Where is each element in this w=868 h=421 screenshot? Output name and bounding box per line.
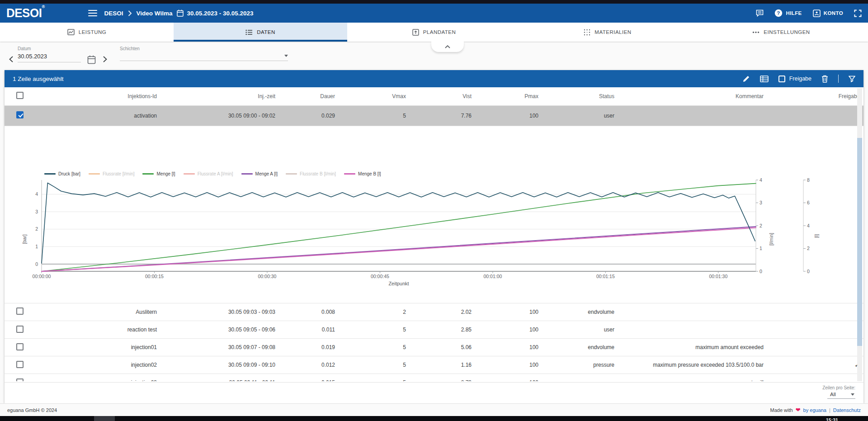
help-icon: ? xyxy=(774,9,783,17)
date-value[interactable]: 30.05.2023 xyxy=(18,51,81,62)
cell-status: endvolume xyxy=(542,339,618,356)
delete-button[interactable] xyxy=(821,75,828,83)
cell-status: endvolume xyxy=(542,303,618,321)
tab-plandaten[interactable]: MATERIALIEN PLANDATEN xyxy=(347,23,521,42)
details-table-button[interactable] xyxy=(760,76,769,82)
page-footer: eguana GmbH © 2024 Made with ❤ by eguana… xyxy=(0,403,868,416)
eguana-link[interactable]: by eguana xyxy=(803,407,826,413)
column-header-inj-zeit[interactable]: Inj.-zeit xyxy=(160,87,279,105)
svg-text:00:01:00: 00:01:00 xyxy=(483,274,502,279)
cell-vmax: 5 xyxy=(339,105,410,126)
breadcrumb: DESOI Video Wilma 30.05.2023 - 30.05.202… xyxy=(104,9,254,17)
svg-text:00:00:30: 00:00:30 xyxy=(258,274,277,279)
table-row[interactable]: injection0330.05 09:11 - 09:110.01552.73… xyxy=(5,374,863,381)
cell-vist: 7.76 xyxy=(410,105,475,126)
cell-injektions-id: injection03 xyxy=(27,374,160,381)
cell-freigabe xyxy=(767,321,863,339)
privacy-link[interactable]: Datenschutz xyxy=(833,407,861,413)
cell-injektions-id: activation xyxy=(27,105,160,126)
collapse-panel-button[interactable] xyxy=(431,42,464,52)
date-label: Datum xyxy=(18,46,81,51)
tab-materialien[interactable]: MATERIALIEN xyxy=(521,23,694,42)
table-row[interactable]: injection0230.05 09:09 - 09:100.01251.16… xyxy=(5,356,863,374)
injection-chart: Druck [bar]Flussrate [l/min]Menge [l]Flu… xyxy=(5,170,863,286)
table-scroll-region[interactable]: Auslitern30.05 09:03 - 09:030.00822.0210… xyxy=(5,303,863,381)
next-day-button[interactable] xyxy=(103,56,107,62)
svg-text:[l/min]: [l/min] xyxy=(769,232,774,245)
row-checkbox[interactable] xyxy=(16,307,24,315)
chart-plot-area[interactable]: 01234012340246800:00:0000:00:1500:00:300… xyxy=(5,178,863,280)
legend-item-menge-b-l-[interactable]: Menge B [l] xyxy=(344,171,381,176)
chevron-up-icon xyxy=(445,45,450,48)
legend-swatch xyxy=(89,173,100,175)
desoi-logo[interactable]: DESOI® xyxy=(6,6,45,21)
tab-einstellungen[interactable]: EINSTELLUNGEN xyxy=(694,23,868,42)
svg-text:3: 3 xyxy=(35,208,38,214)
freigabe-checkbox[interactable] xyxy=(778,76,785,82)
column-header-kommentar[interactable]: Kommentar xyxy=(618,87,767,105)
date-field[interactable]: Datum 30.05.2023 xyxy=(18,46,81,62)
injection-table-rows: Auslitern30.05 09:03 - 09:030.00822.0210… xyxy=(5,303,863,381)
column-header-vmax[interactable]: Vmax xyxy=(339,87,410,105)
row-select-cell xyxy=(5,374,27,381)
feedback-icon[interactable] xyxy=(756,9,764,17)
breadcrumb-project[interactable]: Video Wilma xyxy=(137,10,173,17)
browser-top-strip xyxy=(0,0,868,4)
row-checkbox[interactable] xyxy=(16,343,24,350)
menu-icon[interactable] xyxy=(88,10,97,16)
tab-leistung[interactable]: LEISTUNG xyxy=(0,23,174,42)
edit-button[interactable] xyxy=(742,75,750,83)
legend-item-flussrate-l-min-[interactable]: Flussrate [l/min] xyxy=(89,171,135,176)
cell-vist: 2.85 xyxy=(410,321,475,339)
os-taskbar: 15:31 xyxy=(0,416,868,421)
column-header-status[interactable]: Status xyxy=(542,87,618,105)
fullscreen-icon[interactable] xyxy=(854,9,862,17)
legend-item-druck-bar-[interactable]: Druck [bar] xyxy=(44,171,80,176)
cell-kommentar: maximum amount exceeded xyxy=(618,339,767,356)
legend-swatch xyxy=(344,173,355,175)
svg-text:8: 8 xyxy=(807,178,810,183)
previous-day-button[interactable] xyxy=(9,56,13,62)
scrollbar-thumb[interactable] xyxy=(857,138,862,346)
column-header-dauer[interactable]: Dauer xyxy=(279,87,339,105)
svg-text:[l]: [l] xyxy=(814,234,819,237)
datepicker-icon[interactable] xyxy=(87,55,96,64)
column-header-pmax[interactable]: Pmax xyxy=(475,87,542,105)
cell-pmax: 100 xyxy=(475,105,542,126)
filter-button[interactable] xyxy=(849,76,855,82)
row-checkbox[interactable] xyxy=(16,111,24,118)
chart-image-icon xyxy=(67,29,75,35)
taskbar-app-icon[interactable] xyxy=(94,416,115,421)
svg-text:2: 2 xyxy=(35,226,38,232)
legend-item-flussrate-b-l-min-[interactable]: Flussrate B [l/min] xyxy=(286,171,336,176)
column-header-vist[interactable]: Vist xyxy=(410,87,475,105)
column-header-injektions-id[interactable]: Injektions-Id xyxy=(27,87,160,105)
legend-item-menge-a-l-[interactable]: Menge A [l] xyxy=(241,171,278,176)
svg-text:0: 0 xyxy=(760,268,762,274)
column-header-freigabe[interactable]: Freigabe xyxy=(767,87,863,105)
legend-item-menge-l-[interactable]: Menge [l] xyxy=(142,171,175,176)
topbar-actions: ? HILFE KONTO xyxy=(756,9,862,17)
account-button[interactable]: KONTO xyxy=(813,9,843,17)
row-checkbox[interactable] xyxy=(16,361,24,368)
shift-label: Schichten xyxy=(120,46,288,51)
row-checkbox[interactable] xyxy=(16,326,24,333)
vertical-scrollbar[interactable] xyxy=(857,88,862,381)
help-button[interactable]: ? HILFE xyxy=(774,9,802,17)
table-row[interactable]: activation30.05 09:00 - 09:020.02957.761… xyxy=(5,105,863,126)
selection-toolbar: 1 Zeile ausgewählt Freigabe xyxy=(5,70,863,87)
freigabe-toggle[interactable]: Freigabe xyxy=(778,76,811,82)
breadcrumb-root[interactable]: DESOI xyxy=(104,10,123,17)
shift-select[interactable]: Schichten xyxy=(120,46,288,61)
chart-x-axis-title: Zeitpunkt xyxy=(42,281,756,286)
tab-daten[interactable]: DATEN xyxy=(174,23,347,42)
breadcrumb-daterange[interactable]: 30.05.2023 - 30.05.2023 xyxy=(177,9,253,17)
table-row[interactable]: injection0130.05 09:07 - 09:080.01955.06… xyxy=(5,339,863,356)
legend-item-flussrate-a-l-min-[interactable]: Flussrate A [l/min] xyxy=(184,171,233,176)
table-row[interactable]: reaction test30.05 09:05 - 09:060.01152.… xyxy=(5,321,863,339)
injection-table-top: Injektions-IdInj.-zeitDauerVmaxVistPmaxS… xyxy=(5,87,863,126)
select-all-checkbox[interactable] xyxy=(16,92,24,99)
row-checkbox[interactable] xyxy=(16,378,24,381)
rows-per-page-select[interactable]: All xyxy=(827,391,855,399)
table-row[interactable]: Auslitern30.05 09:03 - 09:030.00822.0210… xyxy=(5,303,863,321)
